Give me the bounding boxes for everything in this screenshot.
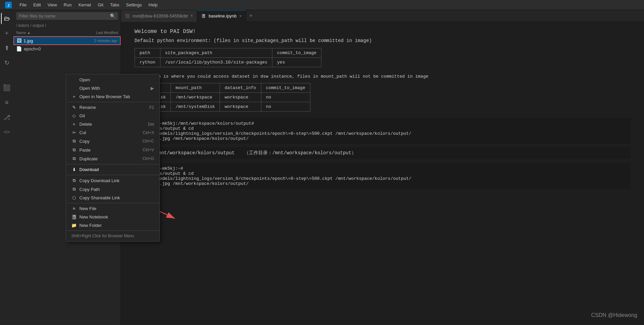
table1-row1-col1: rython: [135, 58, 160, 67]
activity-stop[interactable]: ⬛: [1, 82, 12, 93]
table1-row1-col2: /usr/local/lib/python3.10/site-packages: [160, 58, 272, 67]
notebook-desc: Default python environment: (files in si…: [135, 38, 631, 43]
ctx-delete[interactable]: × Delete Del: [66, 120, 159, 128]
content-area: ⬛ root@dsw-610556-54558cbt × 📓 baseline.…: [121, 10, 644, 325]
notebook-table1: path site_packages_path commit_to_image …: [135, 48, 321, 67]
ctx-open[interactable]: Open: [66, 76, 159, 84]
ctx-open-with[interactable]: Open With ▶: [66, 84, 159, 92]
activity-menu[interactable]: ≡: [1, 97, 12, 108]
col-name-header[interactable]: Name ▲: [16, 31, 78, 35]
context-menu: Open Open With ▶ + Open in New Browser T…: [66, 74, 160, 242]
activity-refresh[interactable]: ↻: [1, 57, 12, 69]
ctx-newfile-icon: ≡: [71, 206, 77, 211]
ctx-paste-icon: ⧉: [71, 147, 77, 153]
ctx-git[interactable]: ◇ Git: [66, 112, 159, 120]
file-icon-image: 🖼: [17, 38, 22, 43]
ctx-git-icon: ◇: [71, 113, 77, 118]
table2-r1c2: /mnt/workspace: [171, 93, 220, 102]
svg-text:J: J: [7, 3, 9, 7]
ctx-cut-icon: ✂: [71, 130, 77, 135]
tab-terminal[interactable]: ⬛ root@dsw-610556-54558cbt ×: [121, 10, 197, 22]
ctx-sep-2: [66, 164, 159, 164]
ctx-copy-shareable[interactable]: ⬡ Copy Shareable Link: [66, 194, 159, 202]
table2-r2c4: no: [261, 102, 310, 112]
ctx-download-icon: ⬇: [71, 167, 77, 172]
notebook-desc2: mount_path is where you could access dat…: [135, 74, 631, 79]
activity-folder[interactable]: 🗁: [1, 13, 12, 24]
ctx-openwith-arrow: ▶: [151, 86, 154, 91]
file-list-header: Name ▲ Last Modified: [13, 29, 121, 36]
mkdir-block: mkdir /mnt/workspace/kolors/output （工作目录…: [135, 147, 631, 159]
ctx-download[interactable]: ⬇ Download: [66, 165, 159, 174]
ctx-duplicate[interactable]: ⧉ Duplicate Ctrl+D: [66, 154, 159, 163]
file-item-1jpg[interactable]: 🖼 1.jpg 2 minutes ago: [13, 36, 121, 45]
ctx-sep-5: [66, 231, 159, 231]
terminal-block-2: i58cbb4b-mk5kj:~# ce/kolors/output & cd …: [135, 163, 631, 189]
menu-edit[interactable]: Edit: [31, 1, 43, 9]
ctx-folder-icon: 📁: [71, 223, 77, 228]
ctx-copy-download-link[interactable]: ⧉ Copy Download Link: [66, 176, 159, 185]
ctx-new-file[interactable]: ≡ New File: [66, 204, 159, 213]
activity-upload[interactable]: ⬆: [1, 42, 12, 54]
menu-settings[interactable]: Settings: [123, 1, 145, 9]
ctx-copypath-icon: ⧉: [71, 187, 77, 192]
ctx-cut[interactable]: ✂ Cut Ctrl+X: [66, 128, 159, 137]
terminal-line-2: ce/kolors/output & cd: [139, 126, 627, 131]
ctx-copy[interactable]: ⧉ Copy Ctrl+C: [66, 137, 159, 146]
menu-run[interactable]: Run: [61, 1, 74, 9]
ctx-new-notebook[interactable]: 📓 New Notebook: [66, 213, 159, 221]
tab-notebook[interactable]: 📓 baseline.ipynb ×: [197, 10, 246, 22]
menu-kernel[interactable]: Kernel: [76, 1, 94, 9]
terminal2-line-4: kolors/1.jpg /mnt/workspace/kolors/outpu…: [139, 181, 627, 186]
table1-header-site: site_packages_path: [160, 48, 272, 58]
file-name-1jpg: 1.jpg: [24, 38, 75, 43]
ctx-sep-3: [66, 175, 159, 175]
ctx-paste[interactable]: ⧉ Paste Ctrl+V: [66, 146, 159, 154]
menu-help[interactable]: Help: [146, 1, 160, 9]
file-icon-doc: 📄: [16, 46, 22, 51]
search-input[interactable]: [19, 13, 108, 18]
menu-bar: J File Edit View Run Kernel Git Tabs Set…: [0, 0, 644, 10]
watermark: CSDN @Hidewong: [591, 312, 637, 318]
ctx-newtab-icon: +: [71, 94, 77, 99]
table1-row1-col3: yes: [272, 58, 321, 67]
terminal2-line-3: kolors/models/lightning_logs/version_0/c…: [139, 176, 627, 181]
terminal-block-1: i58cbb4b-mk5kj:/mnt/workspace/kolors/out…: [135, 118, 631, 144]
terminal2-line-1: i58cbb4b-mk5kj:~#: [139, 166, 627, 171]
mkdir-line: mkdir /mnt/workspace/kolors/output （工作目录…: [139, 150, 356, 156]
terminal-line-4: kolors/1.jpg /mnt/workspace/kolors/outpu…: [139, 136, 627, 141]
menu-view[interactable]: View: [45, 1, 60, 9]
menu-git[interactable]: Git: [95, 1, 106, 9]
table2-h2: dataset_info: [220, 83, 261, 93]
ctx-rename[interactable]: ✎ Rename F2: [66, 103, 159, 112]
ctx-open-new-tab[interactable]: + Open in New Browser Tab: [66, 92, 159, 101]
notebook-table2: mount_path dataset_info commit_to_image …: [135, 83, 310, 112]
activity-new-file[interactable]: +: [1, 28, 12, 39]
tab-terminal-label: root@dsw-610556-54558cbt: [132, 13, 188, 18]
tab-add-button[interactable]: +: [246, 13, 256, 19]
file-item-epoch[interactable]: 📄 epoch=0: [13, 45, 121, 52]
ctx-copy-path[interactable]: ⧉ Copy Path: [66, 185, 159, 194]
ctx-new-folder[interactable]: 📁 New Folder: [66, 221, 159, 230]
menu-tabs[interactable]: Tabs: [107, 1, 122, 9]
breadcrumb-text: / kolors / output /: [16, 23, 46, 28]
ctx-browser-menu: Shift+Right Click for Browser Menu: [66, 232, 159, 240]
terminal2-line-2: ce/kolors/output & cd: [139, 171, 627, 176]
table1-header-commit: commit_to_image: [272, 48, 321, 58]
activity-branch[interactable]: ⎇: [1, 112, 12, 123]
ctx-duplicate-icon: ⧉: [71, 156, 77, 161]
table2-r2c3: workspace: [220, 102, 261, 112]
col-modified-header: Last Modified: [78, 31, 118, 35]
menu-file[interactable]: File: [17, 1, 29, 9]
tab-terminal-close[interactable]: ×: [190, 13, 193, 18]
table2-r1c3: workspace: [220, 93, 261, 102]
file-date-1jpg: 2 minutes ago: [77, 39, 117, 43]
tab-notebook-close[interactable]: ×: [239, 14, 241, 18]
terminal-line-1: i58cbb4b-mk5kj:/mnt/workspace/kolors/out…: [139, 121, 627, 126]
ctx-copy-icon: ⧉: [71, 138, 77, 144]
ctx-sep-4: [66, 203, 159, 203]
ctx-rename-icon: ✎: [71, 105, 77, 110]
app-logo: J: [3, 0, 14, 11]
ctx-delete-icon: ×: [71, 122, 77, 127]
activity-code[interactable]: </>: [1, 126, 12, 138]
